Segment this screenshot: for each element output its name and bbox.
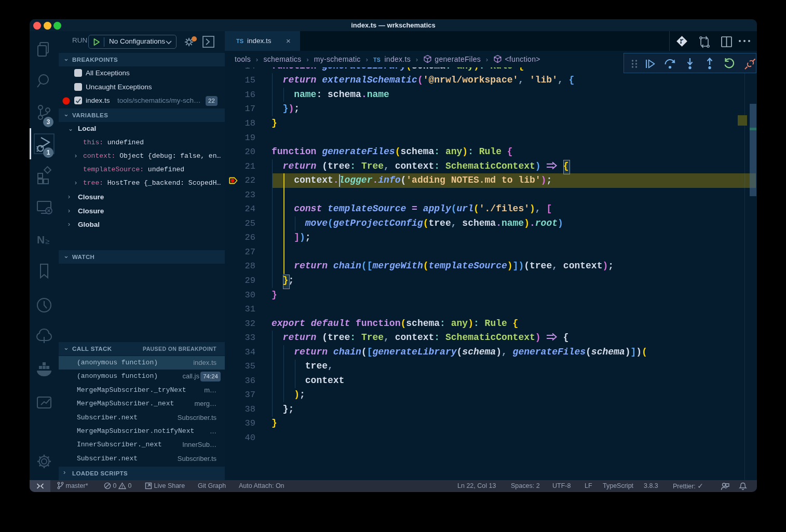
svg-text:≥: ≥ — [45, 237, 49, 245]
svg-text:N: N — [37, 234, 45, 245]
